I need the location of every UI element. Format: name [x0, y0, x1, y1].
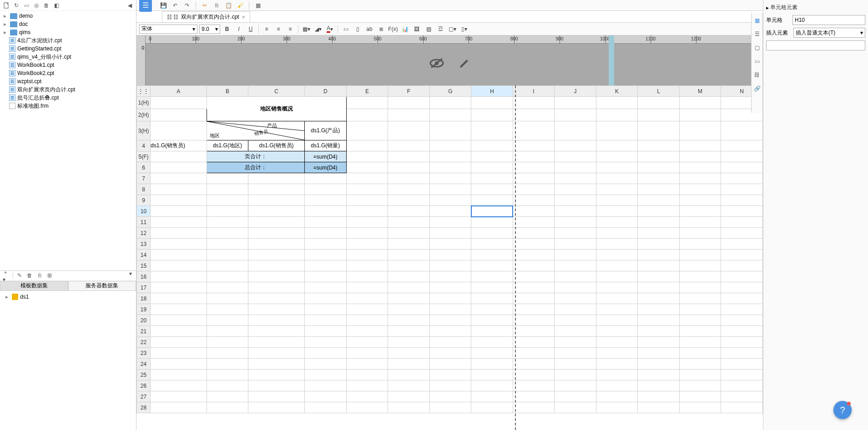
cell[interactable] [304, 359, 346, 370]
widget-button[interactable]: ▢▾ [447, 24, 457, 34]
cell[interactable] [471, 391, 513, 402]
cell[interactable] [471, 260, 513, 271]
cell[interactable] [679, 348, 721, 359]
cell[interactable] [555, 370, 596, 380]
cell[interactable] [679, 109, 721, 121]
cell[interactable] [248, 184, 305, 195]
cell[interactable] [555, 195, 596, 206]
tab-template-dataset[interactable]: 模板数据集 [0, 281, 68, 291]
cell[interactable] [304, 173, 346, 184]
cell[interactable] [555, 97, 596, 109]
cell[interactable] [555, 228, 596, 239]
cell[interactable] [471, 337, 513, 348]
cell[interactable] [638, 260, 680, 271]
hyperlink-icon[interactable]: ⛓ [753, 71, 761, 79]
cell[interactable] [471, 370, 513, 380]
panel-menu-icon[interactable]: ▾ [127, 270, 134, 277]
cell[interactable] [388, 326, 430, 337]
cell[interactable] [638, 109, 680, 121]
column-header[interactable]: C [248, 86, 305, 97]
row-header[interactable]: 20 [137, 315, 151, 326]
column-header[interactable]: A [150, 86, 207, 97]
cell[interactable] [638, 140, 680, 151]
cell[interactable] [429, 282, 471, 293]
cell[interactable] [638, 206, 680, 217]
cell[interactable] [638, 304, 680, 315]
cell[interactable] [207, 228, 248, 239]
cell[interactable] [346, 370, 388, 380]
cell[interactable] [304, 228, 346, 239]
cell[interactable] [679, 250, 721, 260]
cell[interactable]: ds1.G(产品) [304, 121, 346, 140]
cell[interactable] [429, 271, 471, 282]
cell[interactable] [346, 402, 388, 413]
cell[interactable] [248, 315, 305, 326]
cell[interactable] [388, 217, 430, 228]
cell[interactable] [721, 304, 763, 315]
cell[interactable] [679, 304, 721, 315]
cell[interactable] [248, 217, 305, 228]
cell[interactable] [513, 173, 555, 184]
cell[interactable] [679, 282, 721, 293]
cell[interactable] [388, 162, 430, 173]
cell[interactable] [429, 260, 471, 271]
cell[interactable] [248, 228, 305, 239]
cell[interactable] [429, 359, 471, 370]
refresh-icon[interactable]: ↻ [13, 2, 20, 9]
cell[interactable] [248, 304, 305, 315]
cell[interactable] [248, 173, 305, 184]
cell[interactable] [638, 337, 680, 348]
cell[interactable] [555, 162, 596, 173]
cell[interactable] [429, 195, 471, 206]
cell[interactable] [513, 402, 555, 413]
row-header[interactable]: 14 [137, 250, 151, 260]
cell[interactable] [471, 348, 513, 359]
cell[interactable] [679, 239, 721, 250]
cell[interactable] [429, 206, 471, 217]
cell[interactable] [555, 184, 596, 195]
cell[interactable]: 页合计： [207, 151, 304, 162]
cell[interactable] [346, 271, 388, 282]
row-header[interactable]: 12 [137, 228, 151, 239]
cell[interactable] [388, 250, 430, 260]
cell[interactable] [679, 217, 721, 228]
cell[interactable] [721, 282, 763, 293]
cell[interactable] [555, 380, 596, 391]
save-icon[interactable]: 💾 [159, 1, 167, 10]
cell[interactable] [248, 282, 305, 293]
cell[interactable] [638, 271, 680, 282]
cell[interactable] [638, 391, 680, 402]
cell[interactable] [513, 293, 555, 304]
cell[interactable] [555, 151, 596, 162]
cell[interactable] [388, 97, 430, 109]
cell[interactable] [207, 391, 248, 402]
cell[interactable] [679, 140, 721, 151]
cell[interactable] [721, 173, 763, 184]
cell[interactable] [248, 391, 305, 402]
cell[interactable] [555, 304, 596, 315]
cell[interactable] [638, 217, 680, 228]
document-tab[interactable]: ☷ ☷ 双向扩展求页内合计.cpt × [162, 11, 250, 22]
folder-qims[interactable]: ▸qims [0, 28, 136, 36]
cell[interactable] [207, 250, 248, 260]
cell[interactable] [304, 337, 346, 348]
cell[interactable] [513, 97, 555, 109]
cell[interactable] [721, 326, 763, 337]
cell[interactable] [596, 391, 638, 402]
cell[interactable] [596, 282, 638, 293]
cell[interactable] [555, 121, 596, 140]
cell[interactable] [721, 206, 763, 217]
cell[interactable] [513, 348, 555, 359]
cell[interactable] [388, 140, 430, 151]
cell[interactable] [207, 304, 248, 315]
cell[interactable] [207, 359, 248, 370]
cell[interactable] [638, 173, 680, 184]
cell[interactable] [679, 271, 721, 282]
cell[interactable] [638, 380, 680, 391]
cell[interactable] [207, 315, 248, 326]
border-button[interactable]: ▦▾ [301, 24, 311, 34]
cell[interactable] [346, 109, 388, 121]
cell[interactable] [304, 315, 346, 326]
cell[interactable] [471, 162, 513, 173]
cell[interactable] [207, 370, 248, 380]
